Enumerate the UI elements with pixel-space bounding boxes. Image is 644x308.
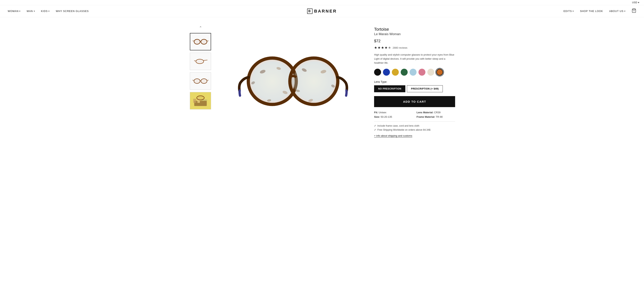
svg-point-24 — [252, 61, 293, 101]
thumbnail-2[interactable] — [190, 53, 211, 70]
rating-row: ★ ★ ★ ★ ★ 2880 reviews — [374, 46, 455, 50]
swatch-pink[interactable] — [418, 69, 426, 76]
svg-line-16 — [207, 80, 208, 80]
lens-material-detail: Lens Material: CR39 — [416, 111, 455, 114]
svg-line-9 — [204, 60, 208, 60]
nav-item-shop-look[interactable]: SHOP THE LOOK — [580, 10, 603, 12]
frame-material-detail: Frame Material: TR-90 — [416, 116, 455, 118]
feature-1: ✓ Include frame case, cord and lens clot… — [374, 124, 455, 127]
top-bar: USD ▾ — [0, 0, 644, 5]
product-info: Tortoise Le Marais Woman $72 ★ ★ ★ ★ ★ 2… — [374, 25, 455, 138]
product-description: High quality and stylish computer glasse… — [374, 53, 455, 65]
nav-item-why-screen[interactable]: WHY SCREEN GLASSES — [56, 10, 89, 12]
fit-detail: Fit: Unisex — [374, 111, 413, 114]
currency-selector[interactable]: USD ▾ — [632, 1, 639, 4]
product-collection: Le Marais Woman — [374, 32, 455, 36]
chevron-down-icon: ▾ — [34, 10, 35, 12]
svg-line-15 — [192, 80, 194, 80]
thumb-up-button[interactable]: ⌃ — [198, 25, 203, 31]
lens-type-label: Lens Type: — [374, 80, 455, 83]
lifestyle-image — [190, 92, 211, 109]
chevron-down-icon: ▾ — [48, 10, 50, 12]
product-price: $72 — [374, 39, 455, 43]
color-swatches — [374, 69, 455, 76]
thumbnail-column: ⌃ — [189, 25, 212, 138]
size-detail: Size: 50-20-135 — [374, 116, 413, 118]
reviews-count: 2880 reviews — [392, 46, 408, 49]
svg-line-5 — [207, 41, 208, 41]
add-to-cart-button[interactable]: ADD TO CART — [374, 96, 455, 107]
nav-item-about[interactable]: ABOUT US ▾ — [609, 10, 626, 12]
chevron-down-icon: ▾ — [19, 10, 20, 12]
nav-item-man[interactable]: MAN ▾ — [27, 10, 35, 12]
lens-options: NO PRESCRIPTION PRESCRIPTION (+ $49) — [374, 85, 455, 92]
product-page: ⌃ — [177, 17, 467, 145]
lens-no-prescription-button[interactable]: NO PRESCRIPTION — [374, 85, 405, 92]
svg-line-10 — [194, 60, 196, 61]
swatch-tortoise[interactable] — [436, 69, 443, 76]
site-logo[interactable]: B BARNER — [307, 8, 337, 14]
chevron-down-icon: ▾ — [624, 10, 626, 12]
svg-point-6 — [194, 39, 200, 44]
chevron-down-icon: ▾ — [572, 10, 574, 12]
check-icon: ✓ — [374, 128, 376, 131]
nav-item-edits[interactable]: EDITS ▾ — [564, 10, 574, 12]
nav-right: EDITS ▾ SHOP THE LOOK ABOUT US ▾ — [564, 8, 636, 14]
swatch-black[interactable] — [374, 69, 381, 76]
swatch-cream[interactable] — [427, 69, 434, 76]
star-3: ★ — [381, 46, 384, 50]
star-rating: ★ ★ ★ ★ ★ — [374, 46, 391, 50]
svg-point-7 — [201, 39, 207, 44]
swatch-light-blue[interactable] — [410, 69, 416, 76]
svg-point-22 — [197, 96, 204, 100]
nav-left: WOMAN ▾ MAN ▾ KIDS ▾ WHY SCREEN GLASSES — [8, 10, 89, 12]
thumbnail-1[interactable] — [190, 33, 211, 50]
star-half: ★ — [388, 46, 391, 50]
currency-chevron: ▾ — [638, 1, 639, 4]
check-icon: ✓ — [374, 124, 376, 127]
feature-2: ✓ Free Shipping Worldwide on orders abov… — [374, 128, 455, 131]
star-1: ★ — [374, 46, 377, 50]
shipping-info-link[interactable]: + info about shipping and customs — [374, 134, 412, 138]
currency-label: USD — [632, 1, 637, 4]
swatch-blue[interactable] — [383, 69, 390, 76]
nav-item-woman[interactable]: WOMAN ▾ — [8, 10, 21, 12]
svg-line-4 — [192, 41, 194, 41]
swatch-green[interactable] — [401, 69, 408, 76]
thumbnail-4[interactable] — [190, 92, 211, 110]
lens-prescription-button[interactable]: PRESCRIPTION (+ $49) — [407, 85, 443, 92]
product-details-grid: Fit: Unisex Lens Material: CR39 Size: 50… — [374, 111, 455, 118]
svg-point-26 — [293, 61, 334, 101]
svg-point-11 — [196, 59, 204, 64]
svg-point-12 — [194, 79, 200, 83]
svg-point-13 — [201, 79, 207, 83]
thumbnail-3[interactable] — [190, 72, 211, 90]
product-features: ✓ Include frame case, cord and lens clot… — [374, 124, 455, 131]
logo-icon: B — [307, 8, 312, 14]
star-4: ★ — [384, 46, 388, 50]
svg-rect-18 — [193, 98, 196, 103]
main-product-image — [220, 25, 366, 138]
nav-item-kids[interactable]: KIDS ▾ — [41, 10, 50, 12]
swatch-yellow[interactable] — [392, 69, 399, 76]
main-nav: WOMAN ▾ MAN ▾ KIDS ▾ WHY SCREEN GLASSES … — [0, 5, 644, 17]
cart-icon[interactable] — [632, 8, 636, 14]
star-2: ★ — [378, 46, 381, 50]
product-color-name: Tortoise — [374, 27, 455, 32]
